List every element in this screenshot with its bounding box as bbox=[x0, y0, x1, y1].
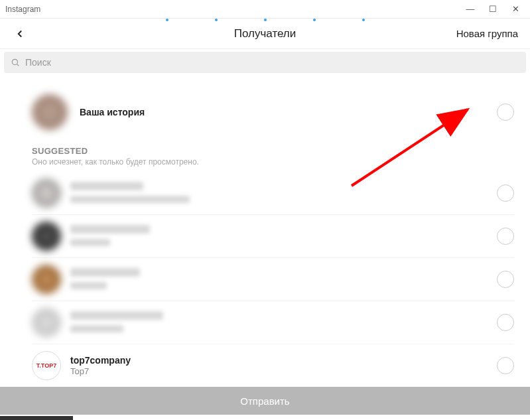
titlebar: Instagram — ☐ ✕ bbox=[0, 0, 530, 19]
list-item[interactable] bbox=[32, 215, 514, 258]
username: top7company bbox=[70, 355, 488, 366]
your-story-radio[interactable] bbox=[497, 104, 514, 121]
user-text bbox=[70, 181, 488, 206]
obscured-display bbox=[70, 282, 107, 289]
user-text bbox=[70, 267, 488, 292]
user-radio[interactable] bbox=[497, 357, 514, 374]
avatar bbox=[32, 308, 61, 337]
minimize-icon[interactable]: — bbox=[465, 4, 476, 14]
list-item[interactable]: T.TOP7 top7company Top7 bbox=[32, 344, 514, 387]
user-text bbox=[70, 311, 488, 335]
svg-line-1 bbox=[17, 64, 19, 66]
suggested-section: SUGGESTED Оно исчезнет, как только будет… bbox=[32, 146, 514, 167]
close-icon[interactable]: ✕ bbox=[510, 4, 521, 14]
obscured-display bbox=[70, 239, 110, 246]
avatar bbox=[32, 222, 61, 251]
obscured-username bbox=[70, 225, 150, 234]
your-story-avatar bbox=[32, 94, 68, 130]
display-name: Top7 bbox=[70, 366, 488, 376]
svg-point-0 bbox=[12, 59, 17, 64]
recipients-list: Ваша история SUGGESTED Оно исчезнет, как… bbox=[0, 76, 530, 388]
avatar bbox=[32, 265, 61, 294]
user-radio[interactable] bbox=[497, 314, 514, 331]
user-radio[interactable] bbox=[497, 228, 514, 245]
obscured-username bbox=[70, 311, 163, 320]
window-controls: — ☐ ✕ bbox=[465, 4, 525, 14]
obscured-display bbox=[70, 325, 123, 332]
list-item[interactable] bbox=[32, 301, 514, 344]
send-label: Отправить bbox=[240, 395, 289, 407]
user-radio[interactable] bbox=[497, 184, 514, 202]
your-story-label: Ваша история bbox=[80, 107, 485, 117]
new-group-button[interactable]: Новая группа bbox=[456, 28, 518, 39]
page-title: Получатели bbox=[234, 27, 297, 40]
chevron-left-icon bbox=[14, 28, 26, 40]
search-container bbox=[0, 49, 530, 76]
avatar: T.TOP7 bbox=[32, 351, 61, 380]
send-button[interactable]: Отправить bbox=[0, 387, 530, 415]
your-story-row[interactable]: Ваша история bbox=[32, 82, 514, 146]
user-radio[interactable] bbox=[497, 271, 514, 288]
list-item[interactable] bbox=[32, 258, 514, 301]
suggested-sublabel: Оно исчезнет, как только будет просмотре… bbox=[32, 157, 514, 167]
maximize-icon[interactable]: ☐ bbox=[488, 4, 498, 14]
search-icon bbox=[11, 58, 20, 67]
back-button[interactable] bbox=[12, 26, 28, 42]
header: Получатели Новая группа bbox=[0, 19, 530, 49]
progress-bar bbox=[0, 416, 73, 420]
your-story-text: Ваша история bbox=[80, 107, 485, 117]
suggested-label: SUGGESTED bbox=[32, 146, 514, 156]
user-text bbox=[70, 224, 488, 249]
obscured-display bbox=[70, 196, 190, 203]
obscured-username bbox=[70, 268, 140, 277]
list-item[interactable] bbox=[32, 172, 514, 215]
search-box[interactable] bbox=[4, 52, 526, 73]
avatar bbox=[32, 178, 61, 208]
user-text: top7company Top7 bbox=[70, 355, 488, 376]
obscured-username bbox=[70, 182, 143, 190]
search-input[interactable] bbox=[25, 57, 519, 68]
window-title: Instagram bbox=[5, 5, 465, 14]
